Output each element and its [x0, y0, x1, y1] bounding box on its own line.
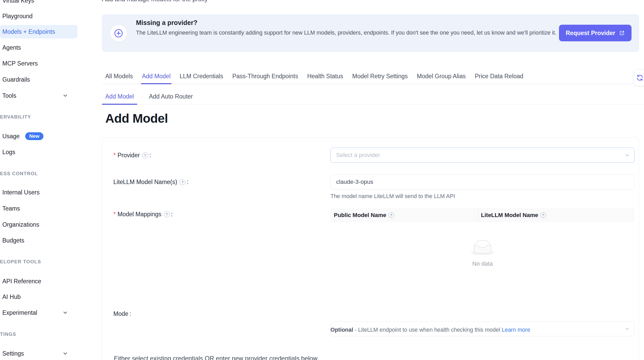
- question-circle-icon[interactable]: ?: [540, 212, 546, 218]
- chevron-down-icon: [62, 351, 68, 356]
- chevron-down-icon: [62, 93, 68, 99]
- sidebar-item-tools[interactable]: Tools: [0, 89, 77, 102]
- sidebar-item-agents[interactable]: Agents: [0, 41, 77, 54]
- sidebar-item-label: Teams: [2, 205, 20, 212]
- sidebar-item-label: API Reference: [2, 278, 41, 285]
- sidebar-item-label: Organizations: [2, 221, 39, 228]
- sidebar-item-logs[interactable]: Logs: [0, 145, 77, 159]
- sidebar-item-label: Budgets: [2, 237, 24, 244]
- request-provider-button[interactable]: Request Provider: [559, 25, 632, 41]
- provider-select[interactable]: Select a provider: [330, 148, 635, 163]
- credentials-section-note: Either select existing credentials OR en…: [114, 355, 317, 360]
- model-mappings-table-header: Public Model Name ? LiteLLM Model Name ?: [330, 208, 635, 222]
- refresh-button[interactable]: [634, 70, 644, 86]
- learn-more-link[interactable]: Learn more: [502, 327, 530, 333]
- tab-pass-through-endpoints[interactable]: Pass-Through Endpoints: [232, 68, 298, 84]
- subtab-add-auto-router[interactable]: Add Auto Router: [146, 88, 196, 104]
- sidebar-item-models-endpoints[interactable]: Models + Endpoints: [0, 25, 77, 38]
- tab-model-retry-settings[interactable]: Model Retry Settings: [352, 68, 408, 84]
- sidebar-item-label: Virtual Keys: [2, 0, 34, 4]
- question-circle-icon[interactable]: ?: [142, 152, 148, 158]
- sidebar-item-label: Models + Endpoints: [2, 28, 55, 35]
- sidebar-item-usage[interactable]: Usage New: [0, 129, 77, 143]
- sidebar-section-developer-tools: ELOPER TOOLS: [0, 258, 41, 265]
- refresh-icon: [636, 74, 644, 82]
- sidebar-item-playground[interactable]: Playground: [0, 9, 77, 23]
- required-asterisk: *: [113, 152, 116, 159]
- add-model-subtabs: Add Model Add Auto Router: [102, 88, 644, 104]
- tab-model-group-alias[interactable]: Model Group Alias: [417, 68, 466, 84]
- sidebar-item-api-reference[interactable]: API Reference: [0, 274, 77, 288]
- sidebar-item-label: Logs: [2, 149, 15, 156]
- sidebar: Virtual Keys Playground Models + Endpoin…: [0, 0, 78, 360]
- sidebar-item-label: Experimental: [2, 309, 37, 316]
- tab-add-model[interactable]: Add Model: [142, 68, 171, 84]
- page-subtitle: Add and manage models for the proxy: [102, 0, 208, 3]
- sidebar-item-guardrails[interactable]: Guardrails: [0, 73, 77, 86]
- tab-health-status[interactable]: Health Status: [307, 68, 343, 84]
- sidebar-item-mcp-servers[interactable]: MCP Servers: [0, 57, 77, 70]
- column-litellm-model-name: LiteLLM Model Name ?: [478, 208, 546, 222]
- new-badge: New: [25, 132, 43, 140]
- request-provider-label: Request Provider: [566, 30, 615, 37]
- chevron-down-icon: [625, 153, 630, 158]
- tab-all-models[interactable]: All Models: [105, 68, 133, 84]
- mode-help-text: Optional - LiteLLM endpoint to use when …: [330, 325, 538, 335]
- subtab-add-model[interactable]: Add Model: [102, 88, 137, 104]
- main-content: Add and manage models for the proxy Miss…: [102, 0, 644, 360]
- tab-price-data-reload[interactable]: Price Data Reload: [475, 68, 523, 84]
- chevron-down-icon: [625, 326, 630, 331]
- question-circle-icon[interactable]: ?: [179, 179, 185, 185]
- sidebar-item-label: Usage: [2, 133, 19, 140]
- chevron-down-icon: [62, 310, 68, 316]
- banner-body: The LiteLLM engineering team is constant…: [136, 29, 557, 36]
- external-link-icon: [619, 30, 625, 36]
- sidebar-section-observability: ERVABILITY: [0, 113, 31, 121]
- app-window: Virtual Keys Playground Models + Endpoin…: [0, 0, 644, 360]
- banner-title: Missing a provider?: [136, 19, 197, 27]
- sidebar-item-label: Agents: [2, 44, 21, 51]
- sidebar-item-label: MCP Servers: [2, 60, 38, 67]
- required-asterisk: *: [113, 211, 116, 218]
- sidebar-item-virtual-keys[interactable]: Virtual Keys: [0, 0, 77, 7]
- litellm-model-name-help: The model name LiteLLM will send to the …: [330, 193, 635, 200]
- provider-label: * Provider ? :: [113, 148, 151, 163]
- plus-circle-icon: [110, 25, 127, 42]
- column-public-model-name: Public Model Name ?: [330, 208, 478, 222]
- sidebar-item-organizations[interactable]: Organizations: [0, 218, 77, 231]
- model-mappings-empty-state: No data: [330, 240, 635, 267]
- no-data-text: No data: [330, 260, 635, 267]
- question-circle-icon[interactable]: ?: [388, 212, 394, 218]
- sidebar-item-experimental[interactable]: Experimental: [0, 306, 77, 319]
- models-tabs: All Models Add Model LLM Credentials Pas…: [102, 68, 644, 84]
- litellm-model-name-label: LiteLLM Model Name(s) ? :: [113, 174, 188, 189]
- provider-select-placeholder: Select a provider: [336, 152, 380, 159]
- litellm-model-name-input[interactable]: [330, 174, 635, 189]
- sidebar-item-label: Settings: [2, 350, 24, 357]
- sidebar-item-ai-hub[interactable]: AI Hub: [0, 290, 77, 304]
- sidebar-item-label: Guardrails: [2, 76, 30, 83]
- missing-provider-banner: Missing a provider? The LiteLLM engineer…: [102, 14, 639, 52]
- sidebar-section-settings: TINGS: [0, 331, 16, 338]
- sidebar-item-settings[interactable]: Settings: [0, 347, 77, 360]
- sidebar-item-label: AI Hub: [2, 293, 21, 300]
- mode-label: Mode :: [113, 306, 131, 321]
- add-model-form-card: * Provider ? : Select a provider LiteLLM…: [102, 137, 639, 360]
- model-mappings-label: * Model Mappings ? :: [113, 207, 173, 222]
- tab-llm-credentials[interactable]: LLM Credentials: [180, 68, 223, 84]
- page-title: Add Model: [105, 111, 168, 126]
- sidebar-item-internal-users[interactable]: Internal Users: [0, 186, 77, 199]
- sidebar-item-budgets[interactable]: Budgets: [0, 234, 77, 247]
- empty-inbox-icon: [471, 252, 494, 256]
- sidebar-item-label: Playground: [2, 13, 32, 20]
- sidebar-item-label: Internal Users: [2, 189, 40, 196]
- question-circle-icon[interactable]: ?: [164, 211, 170, 217]
- sidebar-item-label: Tools: [2, 92, 16, 99]
- sidebar-section-access-control: ESS CONTROL: [0, 170, 38, 177]
- sidebar-item-teams[interactable]: Teams: [0, 202, 77, 215]
